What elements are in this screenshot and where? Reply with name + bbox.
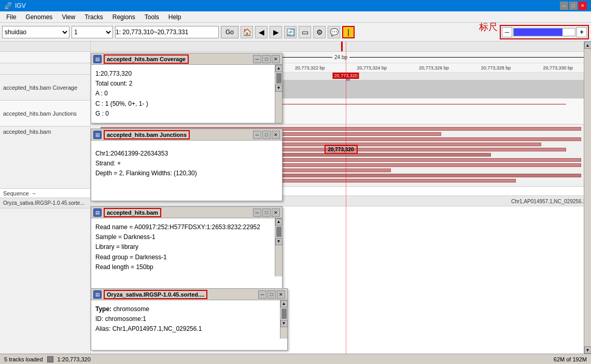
coverage-popup-titlebar: ▤ accepted_hits.bam Coverage ─ □ ✕ — [91, 53, 282, 65]
menu-regions[interactable]: Regions — [108, 12, 139, 22]
oryza-type-label: Type: — [95, 305, 111, 313]
bam-maximize-button[interactable]: □ — [262, 208, 271, 217]
coverage-scroll-up[interactable]: ▲ — [275, 65, 283, 72]
menu-tracks[interactable]: Tracks — [80, 12, 107, 22]
scroll-down-button[interactable]: ▼ — [584, 346, 592, 354]
oryza-line2: ID: chromosome:1 — [95, 314, 278, 324]
zoom-slider-fill — [514, 29, 562, 36]
junctions-maximize-button[interactable]: □ — [262, 131, 271, 139]
zoom-plus-button[interactable]: + — [576, 27, 587, 37]
track-labels-panel: accepted_hits.bam Coverage accepted_hits… — [0, 41, 91, 354]
bam-close-button[interactable]: ✕ — [272, 208, 280, 217]
oryza-maximize-button[interactable]: □ — [268, 290, 276, 299]
oryza-close-button[interactable]: ✕ — [277, 290, 285, 299]
oryza-popup-content: Type: chromosome ID: chromosome:1 Alias:… — [91, 300, 287, 339]
bam-popup-titlebar: ▤ accepted_hits.bam ─ □ ✕ — [91, 207, 282, 218]
junctions-line3: Depth = 2, Flanking Widths: (120,30) — [95, 169, 273, 178]
comment-icon[interactable]: 💬 — [328, 26, 340, 38]
close-button[interactable]: ✕ — [579, 2, 587, 10]
coverage-popup-title-left: ▤ accepted_hits.bam Coverage — [93, 54, 189, 64]
junctions-popup: ▤ accepted_hits.bam Junctions ─ □ ✕ Chr1… — [91, 129, 283, 201]
bam-popup-icon: ▤ — [93, 208, 102, 217]
coord-6: 20,773,328 bp — [481, 65, 511, 71]
genome-select[interactable]: shuidao — [2, 26, 69, 38]
ruler-icon[interactable]: | — [342, 26, 355, 38]
oryza-scroll-down[interactable]: ▼ — [280, 320, 288, 327]
menu-tools[interactable]: Tools — [140, 12, 163, 22]
junctions-minimize-button[interactable]: ─ — [253, 131, 261, 139]
chromosome-select[interactable]: 1 — [72, 26, 113, 38]
main-area: accepted_hits.bam Coverage accepted_hits… — [0, 41, 591, 354]
menu-view[interactable]: View — [58, 12, 79, 22]
oryza-popup-title: Oryza_sativa.IRGSP-1.0.45.sorted.... — [104, 290, 207, 299]
oryza-popup-icon: ▤ — [93, 290, 102, 299]
forward-icon[interactable]: ▶ — [270, 26, 282, 38]
coord-3: 20,773,322 bp — [295, 65, 325, 71]
position-input[interactable] — [115, 26, 219, 38]
coverage-minimize-button[interactable]: ─ — [253, 55, 261, 63]
gear-icon[interactable]: ⚙ — [313, 26, 326, 38]
chromosome-bar — [91, 41, 591, 52]
bam-popup-content: Read name = A00917:252:H577FDSXY:1:2653:… — [91, 218, 282, 276]
zoom-minus-button[interactable]: ─ — [502, 27, 512, 37]
junctions-line2: Strand: + — [95, 159, 273, 169]
coverage-scrollbar[interactable]: ▲ ▼ — [275, 65, 282, 123]
coord-label-track — [0, 63, 90, 75]
oryza-scroll-up[interactable]: ▲ — [280, 300, 288, 307]
title-bar-left: 🧬 IGV — [4, 2, 26, 9]
minimize-button[interactable]: ─ — [560, 2, 568, 10]
coverage-line5: G : 0 — [95, 109, 273, 119]
menu-help[interactable]: Help — [164, 12, 186, 22]
oryza-minimize-button[interactable]: ─ — [258, 290, 266, 299]
back-icon[interactable]: ◀ — [255, 26, 268, 38]
coord-4: 20,773,324 bp — [357, 65, 387, 71]
maximize-button[interactable]: □ — [569, 2, 578, 10]
coverage-line2: Total count: 2 — [95, 79, 273, 89]
coverage-popup-controls[interactable]: ─ □ ✕ — [253, 55, 280, 63]
title-bar-controls[interactable]: ─ □ ✕ — [560, 2, 587, 10]
scroll-up-button[interactable]: ▲ — [584, 41, 592, 49]
refresh-icon[interactable]: 🔄 — [284, 26, 297, 38]
junctions-close-button[interactable]: ✕ — [272, 131, 280, 139]
coord-5: 20,773,326 bp — [419, 65, 449, 71]
bam-popup-title-left: ▤ accepted_hits.bam — [93, 208, 161, 217]
bam-popup-title: accepted_hits.bam — [104, 208, 161, 217]
oryza-line3: Alias: Chr1,AP014957.1,NC_029256.1 — [95, 324, 278, 334]
scale-line-right — [349, 57, 584, 58]
bam-scroll-up[interactable]: ▲ — [275, 218, 283, 226]
bam-line2: Sample = Darkness-1 — [95, 232, 273, 242]
oryza-scrollbar[interactable]: ▲ ▼ — [280, 300, 287, 339]
bam-scroll-down[interactable]: ▼ — [275, 238, 283, 245]
app-title: IGV — [15, 2, 26, 9]
oryza-scroll-thumb — [282, 309, 287, 319]
coverage-close-button[interactable]: ✕ — [272, 55, 280, 63]
zoom-bar: ─ + — [500, 25, 589, 39]
oryza-popup-titlebar: ▤ Oryza_sativa.IRGSP-1.0.45.sorted.... ─… — [91, 289, 287, 300]
menu-genomes[interactable]: Genomes — [21, 12, 57, 22]
junctions-popup-content: Chr1:20461399-22634353 Strand: + Depth =… — [91, 141, 282, 183]
bam-minimize-button[interactable]: ─ — [253, 208, 261, 217]
select-icon[interactable]: ▭ — [299, 26, 311, 38]
coord-7: 20,773,330 bp — [543, 65, 573, 71]
coverage-popup-icon: ▤ — [93, 55, 102, 63]
sequence-label-track: Sequence → — [0, 189, 90, 198]
coverage-maximize-button[interactable]: □ — [262, 55, 271, 63]
home-icon[interactable]: 🏠 — [241, 26, 253, 38]
zoom-slider[interactable] — [513, 28, 575, 36]
coverage-label-track: accepted_hits.bam Coverage — [0, 75, 90, 101]
oryza-popup-controls[interactable]: ─ □ ✕ — [258, 290, 285, 299]
go-button[interactable]: Go — [221, 26, 238, 38]
menu-file[interactable]: File — [2, 12, 20, 22]
memory-label: 62M of 192M — [554, 356, 587, 362]
bam-line5: Read length = 150bp — [95, 262, 273, 272]
bam-scrollbar[interactable]: ▲ ▼ — [275, 218, 282, 276]
oryza-type-value: chromosome — [113, 305, 149, 313]
coverage-scroll-down[interactable]: ▼ — [275, 85, 283, 92]
reads-position-box: 20,773,320 — [324, 145, 357, 153]
oryza-line1: Type: chromosome — [95, 304, 278, 314]
bam-popup-controls[interactable]: ─ □ ✕ — [253, 208, 280, 217]
junctions-popup-controls[interactable]: ─ □ ✕ — [253, 131, 280, 139]
chr-label-track — [0, 41, 90, 52]
main-scrollbar[interactable]: ▲ ▼ — [584, 41, 591, 354]
ref-name: Chr1,AP014957.1,NC_029256.1 — [511, 198, 586, 204]
